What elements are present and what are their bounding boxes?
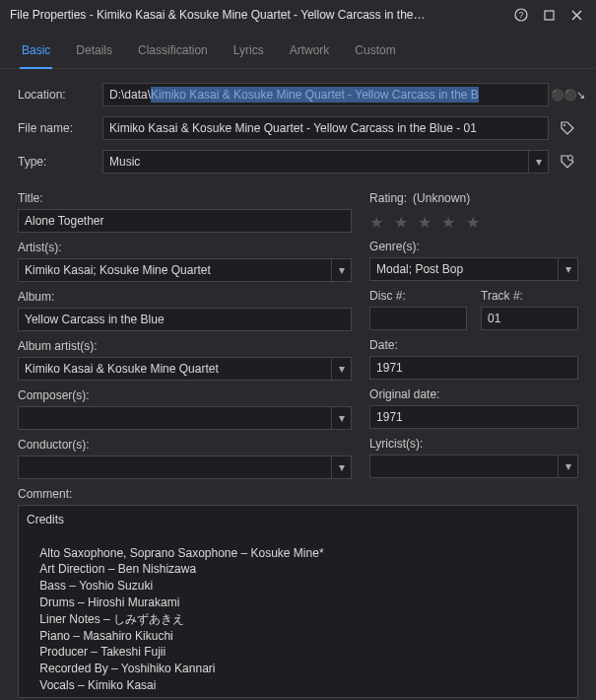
date-input[interactable]: [369, 356, 578, 380]
comment-textarea[interactable]: [18, 505, 578, 698]
comment-label: Comment:: [18, 487, 578, 501]
title-label: Title:: [18, 191, 352, 205]
album-artists-input[interactable]: [18, 357, 332, 381]
album-input[interactable]: [18, 308, 352, 331]
disc-no-input[interactable]: [369, 307, 467, 330]
genres-input[interactable]: [369, 257, 559, 281]
tab-bar: Basic Details Classification Lyrics Artw…: [0, 30, 596, 69]
svg-point-6: [568, 156, 573, 161]
original-date-label: Original date:: [369, 387, 578, 401]
lyricists-input[interactable]: [369, 455, 559, 478]
tab-details[interactable]: Details: [74, 37, 114, 68]
type-input[interactable]: [102, 150, 529, 174]
tab-lyrics[interactable]: Lyrics: [232, 37, 266, 68]
conductors-input[interactable]: [18, 455, 332, 479]
browse-icon[interactable]: ⚫⚫↘: [557, 84, 578, 105]
chevron-down-icon[interactable]: ▾: [332, 455, 352, 479]
artists-combo[interactable]: ▾: [18, 258, 352, 282]
close-icon[interactable]: [563, 3, 590, 27]
rating-stars[interactable]: ★ ★ ★ ★ ★: [369, 213, 578, 232]
chevron-down-icon[interactable]: ▾: [332, 357, 352, 381]
original-date-input[interactable]: [369, 405, 578, 429]
rating-value: (Unknown): [413, 191, 470, 205]
composers-label: Composer(s):: [18, 388, 352, 402]
titlebar: File Properties - Kimiko Kasai & Kosuke …: [0, 0, 596, 30]
columns: Title: Artist(s): ▾ Album: Album artist(…: [0, 191, 596, 487]
window-title: File Properties - Kimiko Kasai & Kosuke …: [10, 8, 507, 22]
chevron-down-icon[interactable]: ▾: [332, 258, 352, 282]
lyricists-combo[interactable]: ▾: [369, 455, 578, 478]
filename-label: File name:: [18, 121, 95, 135]
left-column: Title: Artist(s): ▾ Album: Album artist(…: [18, 191, 352, 487]
type-combo[interactable]: ▾: [102, 150, 549, 174]
rating-label: Rating:: [369, 191, 407, 205]
album-label: Album:: [18, 290, 352, 304]
location-input[interactable]: D:\data\Kimiko Kasai & Kosuke Mine Quart…: [102, 83, 549, 106]
tab-artwork[interactable]: Artwork: [288, 37, 332, 68]
artists-input[interactable]: [18, 258, 332, 282]
right-column: Rating: (Unknown) ★ ★ ★ ★ ★ Genre(s): ▾ …: [369, 191, 578, 487]
album-artists-label: Album artist(s):: [18, 339, 352, 353]
disc-no-label: Disc #:: [369, 289, 467, 303]
chevron-down-icon[interactable]: ▾: [559, 257, 578, 281]
album-artists-combo[interactable]: ▾: [18, 357, 352, 381]
tab-basic[interactable]: Basic: [20, 37, 52, 69]
tag-settings-icon[interactable]: [557, 151, 578, 173]
track-no-label: Track #:: [481, 289, 578, 303]
tab-classification[interactable]: Classification: [136, 37, 210, 68]
conductors-label: Conductor(s):: [18, 438, 352, 452]
tag-icon[interactable]: [557, 117, 578, 139]
composers-input[interactable]: [18, 406, 332, 430]
location-prefix: D:\data\: [109, 88, 151, 102]
title-input[interactable]: [18, 209, 352, 233]
lyricists-label: Lyricist(s):: [369, 437, 578, 451]
location-label: Location:: [18, 88, 95, 102]
conductors-combo[interactable]: ▾: [18, 455, 352, 479]
chevron-down-icon[interactable]: ▾: [529, 150, 549, 174]
help-icon[interactable]: ?: [507, 3, 535, 27]
top-form: Location: D:\data\Kimiko Kasai & Kosuke …: [0, 69, 596, 191]
location-selected: Kimiko Kasai & Kosuke Mine Quartet - Yel…: [151, 87, 479, 103]
date-label: Date:: [369, 338, 578, 352]
filename-input[interactable]: [102, 116, 549, 140]
tab-custom[interactable]: Custom: [353, 37, 397, 68]
maximize-icon[interactable]: [535, 3, 563, 27]
svg-point-5: [563, 124, 565, 126]
track-no-input[interactable]: [481, 307, 578, 330]
svg-rect-2: [545, 11, 554, 20]
location-field-wrap: D:\data\Kimiko Kasai & Kosuke Mine Quart…: [102, 83, 549, 106]
comment-section: Comment:: [0, 487, 596, 700]
svg-text:?: ?: [518, 10, 523, 20]
genres-combo[interactable]: ▾: [369, 257, 578, 281]
composers-combo[interactable]: ▾: [18, 406, 352, 430]
chevron-down-icon[interactable]: ▾: [332, 406, 352, 430]
genres-label: Genre(s):: [369, 240, 578, 253]
artists-label: Artist(s):: [18, 241, 352, 254]
type-label: Type:: [18, 155, 95, 169]
chevron-down-icon[interactable]: ▾: [559, 455, 578, 478]
